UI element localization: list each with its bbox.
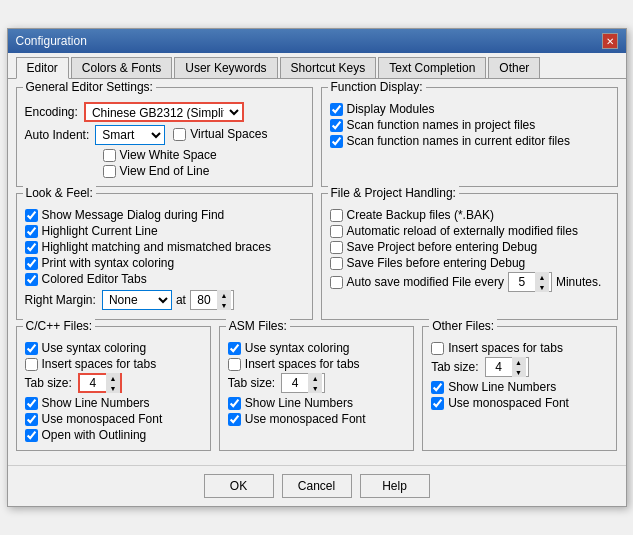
other-files-section: Other Files: Insert spaces for tabs Tab … [422, 326, 617, 451]
right-margin-input[interactable] [191, 291, 217, 309]
right-margin-row: Right Margin: None at ▲ ▼ [25, 290, 304, 310]
asm-show-line-numbers-row: Show Line Numbers [228, 396, 405, 410]
auto-indent-select[interactable]: Smart [95, 125, 165, 145]
display-modules-row: Display Modules [330, 102, 609, 116]
at-label: at [176, 293, 186, 307]
virtual-spaces-checkbox[interactable] [173, 128, 186, 141]
asm-insert-spaces-label: Insert spaces for tabs [245, 357, 360, 371]
cpp-tab-size-down-btn[interactable]: ▼ [106, 383, 120, 393]
tab-text-completion[interactable]: Text Completion [378, 57, 486, 78]
auto-reload-label: Automatic reload of externally modified … [347, 224, 578, 238]
asm-syntax-checkbox[interactable] [228, 342, 241, 355]
cpp-tab-size-input[interactable] [80, 375, 106, 391]
cpp-insert-spaces-checkbox[interactable] [25, 358, 38, 371]
title-bar: Configuration ✕ [8, 29, 626, 53]
cpp-files-title: C/C++ Files: [23, 319, 96, 333]
other-monospaced-checkbox[interactable] [431, 397, 444, 410]
tab-editor[interactable]: Editor [16, 57, 69, 79]
right-margin-spinbox-btns: ▲ ▼ [217, 290, 231, 310]
cpp-tab-size-btns: ▲ ▼ [106, 373, 120, 393]
ok-button[interactable]: OK [204, 474, 274, 498]
cpp-tab-size-up-btn[interactable]: ▲ [106, 373, 120, 383]
auto-reload-checkbox[interactable] [330, 225, 343, 238]
function-display-content: Display Modules Scan function names in p… [330, 102, 609, 148]
cpp-files-content: Use syntax coloring Insert spaces for ta… [25, 341, 202, 442]
right-margin-down-btn[interactable]: ▼ [217, 300, 231, 310]
other-tab-size-down-btn[interactable]: ▼ [512, 367, 526, 377]
other-show-line-numbers-checkbox[interactable] [431, 381, 444, 394]
right-margin-spinbox: ▲ ▼ [190, 290, 234, 310]
show-message-checkbox[interactable] [25, 209, 38, 222]
auto-save-checkbox[interactable] [330, 276, 343, 289]
print-syntax-checkbox[interactable] [25, 257, 38, 270]
asm-insert-spaces-checkbox[interactable] [228, 358, 241, 371]
asm-monospaced-label: Use monospaced Font [245, 412, 366, 426]
other-tab-size-btns: ▲ ▼ [512, 357, 526, 377]
cpp-show-line-numbers-checkbox[interactable] [25, 397, 38, 410]
other-tab-size-row: Tab size: ▲ ▼ [431, 357, 608, 377]
highlight-braces-checkbox[interactable] [25, 241, 38, 254]
auto-save-spinbox: ▲ ▼ [508, 272, 552, 292]
other-monospaced-row: Use monospaced Font [431, 396, 608, 410]
right-margin-up-btn[interactable]: ▲ [217, 290, 231, 300]
file-project-content: Create Backup files (*.BAK) Automatic re… [330, 208, 609, 292]
close-button[interactable]: ✕ [602, 33, 618, 49]
asm-syntax-row: Use syntax coloring [228, 341, 405, 355]
scan-editor-row: Scan function names in current editor fi… [330, 134, 609, 148]
view-white-space-checkbox[interactable] [103, 149, 116, 162]
cpp-syntax-label: Use syntax coloring [42, 341, 147, 355]
colored-tabs-checkbox[interactable] [25, 273, 38, 286]
cpp-show-line-numbers-row: Show Line Numbers [25, 396, 202, 410]
backup-files-checkbox[interactable] [330, 209, 343, 222]
general-editor-title: General Editor Settings: [23, 80, 156, 94]
look-feel-section: Look & Feel: Show Message Dialog during … [16, 193, 313, 320]
other-tab-size-input[interactable] [486, 358, 512, 376]
tab-colors-fonts[interactable]: Colors & Fonts [71, 57, 172, 78]
asm-show-line-numbers-checkbox[interactable] [228, 397, 241, 410]
asm-monospaced-checkbox[interactable] [228, 413, 241, 426]
cpp-monospaced-row: Use monospaced Font [25, 412, 202, 426]
auto-indent-label: Auto Indent: [25, 128, 90, 142]
other-insert-spaces-checkbox[interactable] [431, 342, 444, 355]
configuration-dialog: Configuration ✕ Editor Colors & Fonts Us… [7, 28, 627, 507]
row3: C/C++ Files: Use syntax coloring Insert … [16, 326, 618, 457]
right-margin-select[interactable]: None [102, 290, 172, 310]
auto-save-input[interactable] [509, 273, 535, 291]
virtual-spaces-row[interactable]: Virtual Spaces [173, 127, 267, 141]
help-button[interactable]: Help [360, 474, 430, 498]
scan-editor-checkbox[interactable] [330, 135, 343, 148]
asm-tab-size-up-btn[interactable]: ▲ [308, 373, 322, 383]
highlight-current-checkbox[interactable] [25, 225, 38, 238]
cancel-button[interactable]: Cancel [282, 474, 352, 498]
tab-other[interactable]: Other [488, 57, 540, 78]
auto-save-up-btn[interactable]: ▲ [535, 272, 549, 282]
encoding-select[interactable]: Chinese GB2312 (Simplified) [84, 102, 244, 122]
print-syntax-row: Print with syntax coloring [25, 256, 304, 270]
asm-show-line-numbers-label: Show Line Numbers [245, 396, 353, 410]
file-project-section: File & Project Handling: Create Backup f… [321, 193, 618, 320]
scan-project-checkbox[interactable] [330, 119, 343, 132]
other-tab-size-up-btn[interactable]: ▲ [512, 357, 526, 367]
display-modules-checkbox[interactable] [330, 103, 343, 116]
dialog-title: Configuration [16, 34, 87, 48]
minutes-label: Minutes. [556, 275, 601, 289]
tab-user-keywords[interactable]: User Keywords [174, 57, 277, 78]
file-project-title: File & Project Handling: [328, 186, 459, 200]
look-feel-content: Show Message Dialog during Find Highligh… [25, 208, 304, 310]
asm-tab-size-input[interactable] [282, 374, 308, 392]
show-message-label: Show Message Dialog during Find [42, 208, 225, 222]
cpp-outlining-checkbox[interactable] [25, 429, 38, 442]
function-display-title: Function Display: [328, 80, 426, 94]
cpp-outlining-label: Open with Outlining [42, 428, 147, 442]
cpp-syntax-checkbox[interactable] [25, 342, 38, 355]
asm-tab-size-down-btn[interactable]: ▼ [308, 383, 322, 393]
other-insert-spaces-row: Insert spaces for tabs [431, 341, 608, 355]
tab-shortcut-keys[interactable]: Shortcut Keys [280, 57, 377, 78]
view-end-of-line-checkbox[interactable] [103, 165, 116, 178]
save-files-checkbox[interactable] [330, 257, 343, 270]
function-display-section: Function Display: Display Modules Scan f… [321, 87, 618, 187]
auto-save-down-btn[interactable]: ▼ [535, 282, 549, 292]
save-project-checkbox[interactable] [330, 241, 343, 254]
print-syntax-label: Print with syntax coloring [42, 256, 175, 270]
cpp-monospaced-checkbox[interactable] [25, 413, 38, 426]
